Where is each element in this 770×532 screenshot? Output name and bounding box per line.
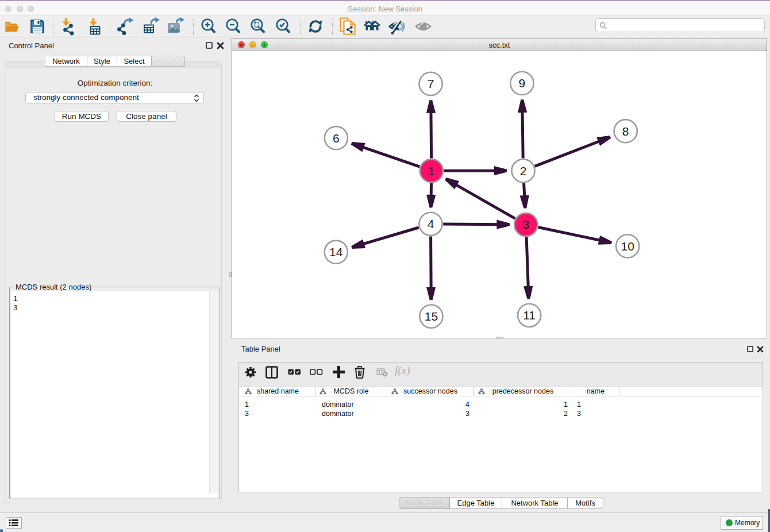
svg-text:1: 1 bbox=[428, 164, 435, 178]
svg-text:3: 3 bbox=[522, 218, 529, 231]
svg-text:15: 15 bbox=[425, 310, 438, 323]
svg-text:7: 7 bbox=[428, 77, 434, 90]
svg-text:14: 14 bbox=[329, 245, 343, 259]
svg-text:4: 4 bbox=[428, 217, 434, 230]
svg-text:2: 2 bbox=[520, 164, 527, 178]
svg-text:11: 11 bbox=[523, 309, 536, 322]
svg-text:8: 8 bbox=[622, 125, 629, 138]
svg-text:9: 9 bbox=[519, 76, 526, 90]
svg-text:10: 10 bbox=[621, 240, 634, 253]
svg-text:6: 6 bbox=[333, 132, 340, 145]
